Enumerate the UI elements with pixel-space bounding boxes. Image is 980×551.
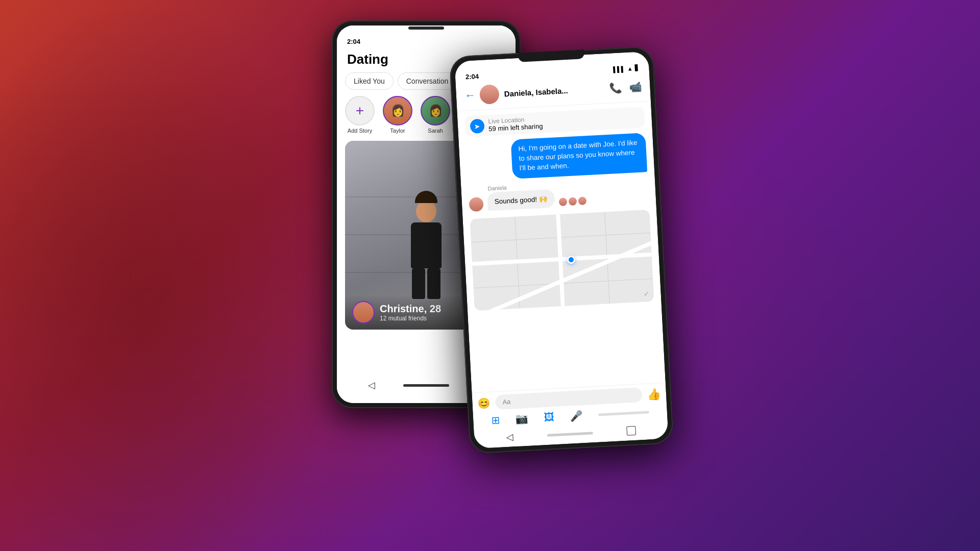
home-bar-2[interactable]	[547, 432, 593, 437]
incoming-message-wrap: Daniela Sounds good! 🙌	[468, 177, 649, 212]
person-legs	[411, 268, 442, 299]
person-leg-right	[427, 268, 440, 299]
messenger-actions: 📞 📹	[609, 80, 642, 94]
sarah-label: Sarah	[428, 128, 443, 134]
profile-mini-avatar	[352, 301, 375, 323]
hand-silhouette	[0, 0, 347, 551]
taylor-label: Taylor	[390, 128, 405, 134]
phone-messenger: 2:04 ▌▌▌ ▲ ▋ ← Daniela, Isabela... 📞 📹	[449, 46, 674, 454]
phone-call-button[interactable]: 📞	[609, 81, 622, 94]
emoji-button[interactable]: 😊	[477, 396, 491, 409]
home-indicator-2	[598, 411, 649, 416]
incoming-content: Daniela Sounds good! 🙌	[486, 182, 555, 211]
messenger-contact-avatar	[479, 84, 500, 105]
profile-mutual: 12 mutual friends	[380, 315, 441, 322]
video-call-button[interactable]: 📹	[629, 80, 642, 93]
person-body	[411, 222, 442, 268]
story-add[interactable]: + Add Story	[345, 96, 375, 134]
status-icons: ▌▌▌ ▲ ▋	[613, 65, 639, 73]
live-location-bar: ➤ Live Location 59 min left sharing	[464, 107, 645, 137]
messenger-time: 2:04	[465, 72, 479, 81]
read-receipts	[559, 196, 587, 206]
battery-icon: ▋	[634, 65, 639, 71]
incoming-message: Sounds good! 🙌	[487, 189, 555, 211]
sarah-face: 👩	[422, 97, 449, 124]
profile-name: Christine, 28	[380, 303, 441, 315]
square-nav-2[interactable]	[626, 426, 636, 436]
grid-icon[interactable]: ⊞	[491, 414, 500, 427]
tab-liked-you[interactable]: Liked You	[345, 72, 394, 90]
phone-screen-messenger: 2:04 ▌▌▌ ▲ ▋ ← Daniela, Isabela... 📞 📹	[454, 52, 668, 449]
signal-icon: ▌▌▌	[613, 65, 625, 72]
receipt-1	[559, 197, 568, 206]
wifi-icon: ▲	[627, 65, 633, 72]
add-story-label: Add Story	[348, 128, 372, 134]
sarah-avatar: 👩	[421, 96, 450, 126]
phone-speaker	[408, 27, 444, 30]
back-nav-btn[interactable]: ◁	[364, 378, 379, 392]
story-taylor[interactable]: 👩 Taylor	[383, 96, 412, 134]
home-indicator[interactable]	[403, 384, 449, 387]
location-info: Live Location 59 min left sharing	[488, 115, 543, 133]
outgoing-message: Hi, I'm going on a date with Joe. I'd li…	[511, 133, 648, 179]
location-icon: ➤	[470, 118, 484, 133]
image-icon[interactable]: 🖼	[544, 411, 554, 423]
receipt-2	[569, 197, 577, 206]
add-story-avatar: +	[345, 96, 375, 126]
tab-conversation[interactable]: Conversation	[398, 72, 457, 90]
messenger-screen: 2:04 ▌▌▌ ▲ ▋ ← Daniela, Isabela... 📞 📹	[454, 52, 668, 449]
person-shape	[411, 188, 442, 299]
mic-icon[interactable]: 🎤	[570, 409, 583, 422]
person-leg-left	[412, 268, 425, 299]
person-head	[416, 200, 436, 222]
phones-container: 2:04 Dating Liked You Conversation + Add…	[332, 10, 715, 541]
taylor-avatar: 👩	[383, 96, 412, 126]
like-button[interactable]: 👍	[647, 387, 661, 401]
add-plus-icon: +	[356, 104, 364, 118]
person-hair	[415, 191, 437, 203]
receipt-3	[578, 196, 587, 205]
back-nav-2[interactable]: ◁	[506, 431, 513, 443]
map-location[interactable]: ✓	[470, 210, 654, 311]
camera-icon[interactable]: 📷	[515, 412, 528, 425]
messages-area: ➤ Live Location 59 min left sharing Hi, …	[457, 101, 666, 392]
map-grid	[470, 210, 654, 311]
contact-name: Daniela, Isabela...	[504, 84, 609, 98]
taylor-face: 👩	[384, 97, 411, 124]
back-button[interactable]: ←	[464, 88, 476, 102]
map-check-icon: ✓	[643, 289, 650, 298]
sender-avatar	[469, 197, 483, 212]
story-sarah[interactable]: 👩 Sarah	[421, 96, 450, 134]
profile-text-info: Christine, 28 12 mutual friends	[380, 303, 441, 322]
